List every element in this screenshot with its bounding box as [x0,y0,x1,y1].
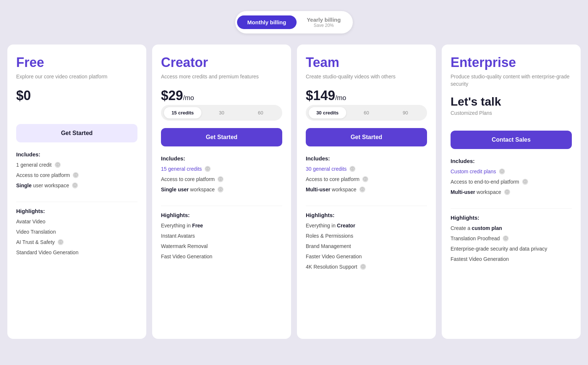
team-credits-90[interactable]: 90 [387,107,424,118]
enterprise-highlight-generation: Fastest Video Generation [451,256,572,262]
free-includes-title: Includes: [16,151,137,157]
enterprise-plan-card: Enterprise Produce studio-quality conten… [442,45,581,339]
team-highlight-brand: Brand Management [306,243,427,249]
enterprise-highlight-custom: Create a custom plan [451,225,572,231]
creator-feature-workspace: Single user workspace ⓘ [161,187,282,192]
creator-plan-description: Access more credits and premium features [161,73,282,81]
team-platform-info-icon[interactable]: ⓘ [362,176,368,182]
team-highlight-4k: 4K Resolution Support ⓘ [306,264,427,270]
enterprise-credits-info-icon[interactable]: ⓘ [499,169,505,174]
enterprise-highlights-title: Highlights: [451,215,572,221]
free-highlight-generation: Standard Video Generation [16,249,137,255]
creator-highlight-everything: Everything in Free [161,223,282,228]
creator-includes-title: Includes: [161,155,282,162]
free-plan-price: $0 [16,88,137,103]
creator-plan-price: $29/mo [161,88,282,103]
team-divider [306,206,427,206]
enterprise-divider [451,208,572,209]
free-feature-credits: 1 general credit ⓘ [16,162,137,168]
creator-feature-platform: Access to core platform ⓘ [161,176,282,182]
enterprise-feature-workspace: Multi-user workspace ⓘ [451,189,572,195]
enterprise-platform-info-icon[interactable]: ⓘ [522,179,528,185]
team-get-started-button[interactable]: Get Started [306,128,427,146]
enterprise-highlight-translation: Translation Proofread ⓘ [451,235,572,241]
enterprise-workspace-info-icon[interactable]: ⓘ [504,189,510,195]
yearly-billing-option[interactable]: Yearly billing Save 20% [297,13,351,32]
creator-feature-credits: 15 general credits ⓘ [161,166,282,172]
free-plan-card: Free Explore our core video creation pla… [7,45,146,339]
creator-platform-info-icon[interactable]: ⓘ [218,176,223,182]
team-feature-platform: Access to core platform ⓘ [306,176,427,182]
creator-highlight-generation: Fast Video Generation [161,254,282,259]
billing-toggle-container: Monthly billing Yearly billing Save 20% [7,11,581,33]
team-plan-card: Team Create studio-quality videos with o… [297,45,436,339]
free-trust-info-icon[interactable]: ⓘ [58,239,64,245]
creator-get-started-button[interactable]: Get Started [161,128,282,146]
enterprise-includes-title: Includes: [451,158,572,164]
free-includes-section: Includes: 1 general credit ⓘ Access to c… [16,151,137,193]
creator-divider [161,206,282,206]
enterprise-includes-section: Includes: Custom credit plans ⓘ Access t… [451,158,572,199]
team-plan-description: Create studio-quality videos with others [306,73,427,81]
enterprise-plan-description: Produce studio-quality content with ente… [451,73,572,88]
enterprise-plan-name: Enterprise [451,55,572,70]
free-feature-platform: Access to core platform ⓘ [16,172,137,178]
creator-credits-60[interactable]: 60 [242,107,279,118]
free-highlights-title: Highlights: [16,208,137,214]
enterprise-translation-info-icon[interactable]: ⓘ [503,235,509,241]
free-get-started-button[interactable]: Get Started [16,124,137,142]
creator-highlight-watermark: Watermark Removal [161,243,282,249]
yearly-save-text: Save 20% [307,23,341,28]
enterprise-highlight-security: Enterprise-grade security and data priva… [451,246,572,252]
team-plan-price: $149/mo [306,88,427,103]
team-plan-name: Team [306,55,427,70]
plans-container: Free Explore our core video creation pla… [7,45,581,339]
free-feature-workspace: Single user workspace ⓘ [16,182,137,188]
creator-credits-selector: 15 credits 30 60 [161,105,282,121]
free-highlight-translation: Video Translation [16,229,137,235]
team-includes-section: Includes: 30 general credits ⓘ Access to… [306,155,427,197]
billing-toggle: Monthly billing Yearly billing Save 20% [235,11,353,33]
creator-workspace-info-icon[interactable]: ⓘ [218,187,223,192]
enterprise-feature-credits: Custom credit plans ⓘ [451,169,572,174]
yearly-billing-label: Yearly billing [307,17,341,23]
enterprise-plan-subtitle: Customized Plans [451,110,572,116]
team-credits-info-icon[interactable]: ⓘ [349,166,355,172]
team-feature-workspace: Multi-user workspace ⓘ [306,187,427,192]
free-platform-info-icon[interactable]: ⓘ [73,172,79,178]
creator-highlight-avatars: Instant Avatars [161,233,282,239]
monthly-billing-option[interactable]: Monthly billing [237,15,297,29]
team-4k-info-icon[interactable]: ⓘ [360,264,366,270]
free-plan-name: Free [16,55,137,70]
free-highlight-avatar: Avatar Video [16,219,137,224]
free-highlight-trust: AI Trust & Safety ⓘ [16,239,137,245]
team-credits-60[interactable]: 60 [348,107,385,118]
creator-highlights-title: Highlights: [161,212,282,218]
free-workspace-info-icon[interactable]: ⓘ [72,182,78,188]
enterprise-plan-price: Let's talk [451,95,572,109]
team-highlight-everything: Everything in Creator [306,223,427,228]
team-highlights-title: Highlights: [306,212,427,218]
team-highlight-roles: Roles & Permissions [306,233,427,239]
creator-credits-info-icon[interactable]: ⓘ [205,166,211,172]
team-credits-30[interactable]: 30 credits [309,107,346,118]
enterprise-feature-platform: Access to end-to-end platform ⓘ [451,179,572,185]
creator-plan-card: Creator Access more credits and premium … [152,45,291,339]
team-includes-title: Includes: [306,155,427,162]
enterprise-contact-sales-button[interactable]: Contact Sales [451,131,572,149]
creator-includes-section: Includes: 15 general credits ⓘ Access to… [161,155,282,197]
creator-credits-15[interactable]: 15 credits [164,107,201,118]
creator-credits-30[interactable]: 30 [203,107,240,118]
creator-plan-name: Creator [161,55,282,70]
free-credits-info-icon[interactable]: ⓘ [55,162,61,168]
free-divider [16,202,137,202]
free-plan-description: Explore our core video creation platform [16,73,137,81]
team-credits-selector: 30 credits 60 90 [306,105,427,121]
team-workspace-info-icon[interactable]: ⓘ [359,187,365,192]
team-highlight-generation: Faster Video Generation [306,254,427,259]
team-feature-credits: 30 general credits ⓘ [306,166,427,172]
